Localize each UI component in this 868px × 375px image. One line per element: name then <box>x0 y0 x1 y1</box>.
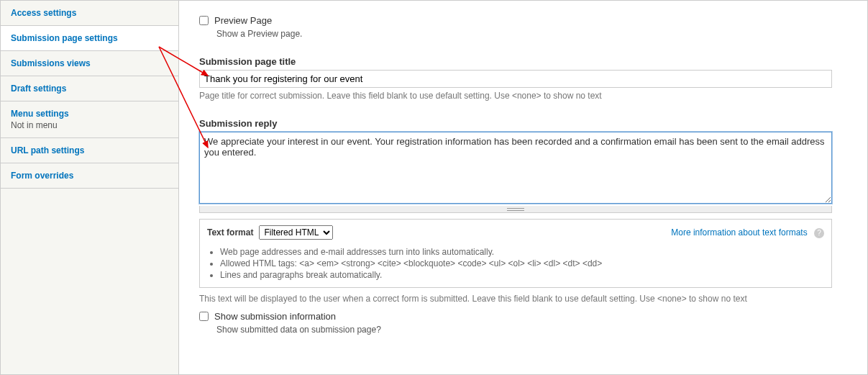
sidebar-item-label: Submissions views <box>11 58 91 68</box>
preview-page-checkbox[interactable] <box>199 16 209 25</box>
sidebar-item-label: Access settings <box>11 8 76 18</box>
text-format-info-link[interactable]: More information about text formats <box>671 227 807 238</box>
sidebar-item-sublabel: Not in menu <box>11 120 168 130</box>
sidebar-item-draft-settings[interactable]: Draft settings <box>1 76 178 101</box>
submission-reply-group: Submission reply Text format Filtered HT… <box>199 118 847 304</box>
submission-reply-heading: Submission reply <box>199 118 847 129</box>
format-tip: Allowed HTML tags: <a> <em> <strong> <ci… <box>220 258 824 268</box>
preview-page-label: Preview Page <box>214 15 272 26</box>
submission-title-input[interactable] <box>199 70 832 88</box>
textarea-resize-handle[interactable] <box>199 206 832 213</box>
sidebar-item-form-overrides[interactable]: Form overrides <box>1 163 178 189</box>
preview-page-desc: Show a Preview page. <box>216 29 847 39</box>
main-content: Preview Page Show a Preview page. Submis… <box>179 1 867 374</box>
submission-title-group: Submission page title Page title for cor… <box>199 56 847 101</box>
format-tip: Web page addresses and e-mail addresses … <box>220 247 824 257</box>
preview-page-group: Preview Page Show a Preview page. <box>199 15 847 39</box>
text-format-info: More information about text formats ? <box>671 227 824 238</box>
sidebar-item-url-path-settings[interactable]: URL path settings <box>1 138 178 163</box>
settings-page: Access settings Submission page settings… <box>0 0 868 375</box>
settings-sidebar: Access settings Submission page settings… <box>1 1 179 374</box>
sidebar-item-label: Draft settings <box>11 83 66 94</box>
submission-title-help: Page title for correct submission. Leave… <box>199 91 847 101</box>
show-submission-info-desc: Show submitted data on submission page? <box>216 325 847 335</box>
sidebar-item-submission-page-settings[interactable]: Submission page settings <box>1 26 178 51</box>
text-format-select[interactable]: Filtered HTML <box>259 225 333 240</box>
sidebar-item-label: URL path settings <box>11 145 84 155</box>
sidebar-item-label: Menu settings <box>11 109 69 119</box>
show-submission-info-group: Show submission information Show submitt… <box>199 311 847 335</box>
submission-reply-textarea[interactable] <box>199 132 832 204</box>
text-format-label: Text format <box>207 227 253 238</box>
sidebar-item-submissions-views[interactable]: Submissions views <box>1 51 178 76</box>
sidebar-item-label: Form overrides <box>11 171 73 181</box>
text-format-box: Text format Filtered HTML More informati… <box>199 219 832 288</box>
show-submission-info-checkbox[interactable] <box>199 312 209 321</box>
submission-reply-help: This text will be displayed to the user … <box>199 294 847 304</box>
help-icon[interactable]: ? <box>814 228 824 238</box>
text-format-tips: Web page addresses and e-mail addresses … <box>200 247 831 287</box>
sidebar-item-access-settings[interactable]: Access settings <box>1 1 178 26</box>
sidebar-item-menu-settings[interactable]: Menu settings Not in menu <box>1 101 178 138</box>
sidebar-item-label: Submission page settings <box>11 33 118 43</box>
format-tip: Lines and paragraphs break automatically… <box>220 270 824 280</box>
show-submission-info-label: Show submission information <box>214 311 336 322</box>
submission-title-heading: Submission page title <box>199 56 847 67</box>
